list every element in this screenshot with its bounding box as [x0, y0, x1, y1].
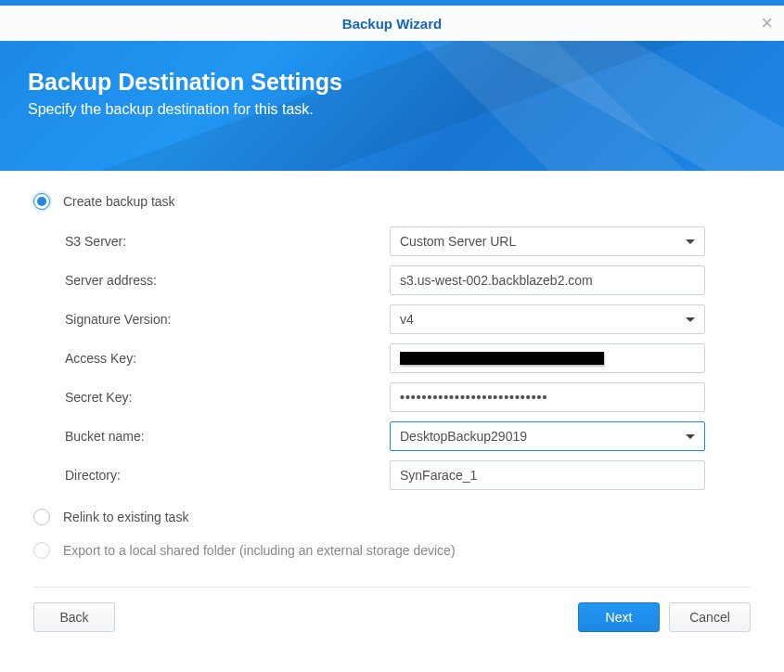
chevron-down-icon	[686, 434, 695, 439]
input-secret-key-value: •••••••••••••••••••••••••••	[400, 390, 547, 405]
row-secret-key: Secret Key: •••••••••••••••••••••••••••	[65, 382, 751, 412]
option-create-backup-row[interactable]: Create backup task	[33, 193, 751, 210]
row-bucket: Bucket name: DesktopBackup29019	[65, 421, 751, 451]
chevron-down-icon	[686, 317, 695, 322]
radio-export[interactable]	[33, 542, 50, 559]
next-button[interactable]: Next	[578, 602, 660, 632]
cancel-button[interactable]: Cancel	[669, 602, 751, 632]
label-server-address: Server address:	[65, 273, 390, 288]
banner-subheading: Specify the backup destination for this …	[28, 101, 756, 118]
label-directory: Directory:	[65, 468, 390, 483]
label-bucket: Bucket name:	[65, 429, 390, 444]
radio-relink[interactable]	[33, 509, 50, 525]
row-access-key: Access Key:	[65, 343, 751, 373]
back-button[interactable]: Back	[33, 602, 115, 632]
footer-right: Next Cancel	[578, 602, 751, 632]
window-title: Backup Wizard	[342, 16, 442, 32]
input-server-address[interactable]: s3.us-west-002.backblazeb2.com	[390, 265, 705, 295]
content-area: Create backup task S3 Server: Custom Ser…	[0, 171, 784, 559]
label-signature: Signature Version:	[65, 312, 390, 327]
input-directory[interactable]: SynFarace_1	[390, 460, 705, 490]
input-access-key[interactable]	[390, 343, 705, 373]
label-s3-server: S3 Server:	[65, 234, 390, 249]
footer: Back Next Cancel	[0, 588, 784, 647]
banner-heading: Backup Destination Settings	[28, 69, 756, 96]
input-secret-key[interactable]: •••••••••••••••••••••••••••	[390, 382, 705, 412]
option-relink-label: Relink to existing task	[63, 510, 188, 524]
option-export-row[interactable]: Export to a local shared folder (includi…	[33, 542, 751, 559]
option-create-label: Create backup task	[63, 194, 175, 209]
select-signature-value: v4	[400, 312, 414, 327]
radio-create-backup[interactable]	[33, 193, 50, 210]
title-bar: Backup Wizard ×	[0, 6, 784, 41]
row-server-address: Server address: s3.us-west-002.backblaze…	[65, 265, 751, 295]
select-bucket[interactable]: DesktopBackup29019	[390, 421, 705, 451]
row-signature: Signature Version: v4	[65, 304, 751, 334]
row-s3-server: S3 Server: Custom Server URL	[65, 226, 751, 256]
select-bucket-value: DesktopBackup29019	[400, 429, 527, 444]
form-grid: S3 Server: Custom Server URL Server addr…	[65, 226, 751, 490]
select-signature[interactable]: v4	[390, 304, 705, 334]
option-relink-row[interactable]: Relink to existing task	[33, 509, 751, 525]
close-icon[interactable]: ×	[761, 13, 773, 33]
redacted-access-key	[400, 352, 604, 365]
input-directory-value: SynFarace_1	[400, 468, 477, 483]
label-access-key: Access Key:	[65, 351, 390, 366]
chevron-down-icon	[686, 239, 695, 244]
row-directory: Directory: SynFarace_1	[65, 460, 751, 490]
select-s3-server-value: Custom Server URL	[400, 234, 516, 249]
select-s3-server[interactable]: Custom Server URL	[390, 226, 705, 256]
option-export-label: Export to a local shared folder (includi…	[63, 543, 456, 558]
label-secret-key: Secret Key:	[65, 390, 390, 405]
input-server-address-value: s3.us-west-002.backblazeb2.com	[400, 273, 593, 288]
banner: Backup Destination Settings Specify the …	[0, 41, 784, 171]
